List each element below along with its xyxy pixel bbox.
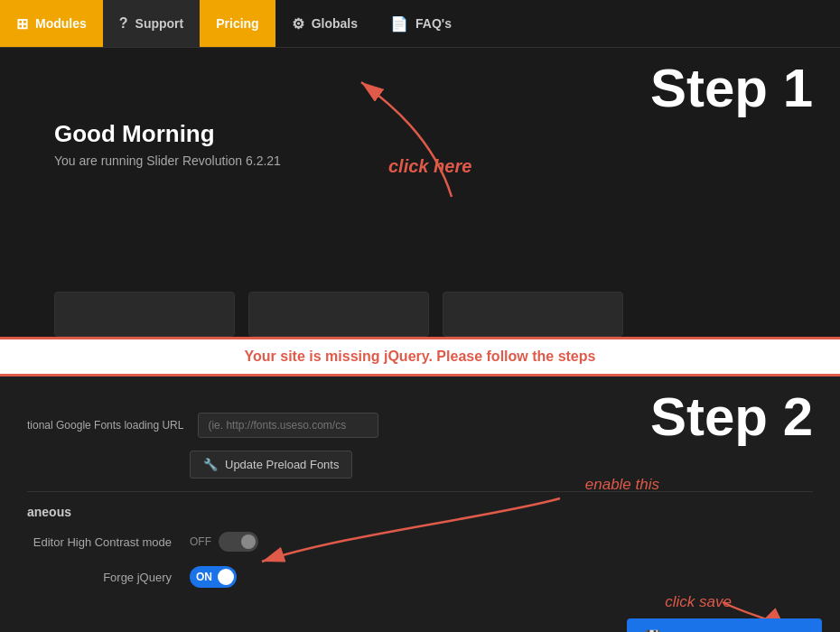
save-global-settings-button[interactable]: 💾 Save Global Settings: [627, 618, 822, 632]
high-contrast-toggle[interactable]: OFF: [190, 532, 258, 552]
forge-jquery-state: ON: [196, 571, 212, 583]
faqs-icon: 📄: [390, 15, 408, 33]
card-preview-2: [248, 292, 429, 337]
update-btn-label: Update Preload Fonts: [225, 458, 339, 471]
globals-icon: ⚙: [292, 15, 304, 33]
tab-globals-label: Globals: [312, 16, 358, 31]
high-contrast-state: OFF: [190, 535, 211, 548]
top-nav: ⊞ Modules ? Support Pricing ⚙ Globals 📄 …: [0, 0, 840, 48]
divider: [27, 491, 813, 492]
modules-icon: ⊞: [16, 15, 28, 33]
tab-pricing-label: Pricing: [216, 16, 258, 31]
forge-jquery-row: Forge jQuery ON: [27, 566, 813, 588]
card-preview-1: [54, 292, 235, 337]
forge-jquery-label: Forge jQuery: [27, 571, 190, 584]
greeting-title: Good Morning: [54, 120, 281, 148]
tab-globals[interactable]: ⚙ Globals: [275, 0, 374, 47]
tab-support[interactable]: ? Support: [103, 0, 200, 47]
section-title: aneous: [27, 505, 813, 519]
click-here-annotation: click here: [388, 156, 471, 177]
font-url-input[interactable]: [198, 413, 378, 438]
support-icon: ?: [119, 15, 128, 32]
step1-area: Step 1 Good Morning You are running Slid…: [0, 48, 840, 337]
tab-modules[interactable]: ⊞ Modules: [0, 0, 103, 47]
high-contrast-row: Editor High Contrast mode OFF: [27, 532, 813, 552]
tab-faqs[interactable]: 📄 FAQ's: [374, 0, 468, 47]
font-url-label: tional Google Fonts loading URL: [27, 419, 198, 432]
font-url-row: tional Google Fonts loading URL: [27, 413, 813, 438]
card-row: [54, 292, 840, 337]
tab-support-label: Support: [135, 16, 184, 31]
high-contrast-toggle-track[interactable]: [219, 532, 258, 552]
forge-jquery-toggle[interactable]: ON: [190, 566, 237, 588]
tab-faqs-label: FAQ's: [415, 16, 452, 31]
wrench-icon: 🔧: [203, 458, 218, 471]
step1-label: Step 1: [650, 57, 813, 119]
tab-pricing[interactable]: Pricing: [200, 0, 275, 47]
banner-text: Your site is missing jQuery. Please foll…: [245, 349, 596, 364]
forge-jquery-toggle-track[interactable]: ON: [190, 566, 237, 588]
greeting-subtitle: You are running Slider Revolution 6.2.21: [54, 153, 281, 168]
tab-modules-label: Modules: [35, 16, 87, 31]
update-preload-fonts-button[interactable]: 🔧 Update Preload Fonts: [190, 451, 352, 479]
click-save-annotation: click save: [665, 593, 732, 611]
enable-this-annotation: enable this: [585, 476, 659, 494]
card-preview-3: [443, 292, 623, 337]
step2-area: Step 2 tional Google Fonts loading URL 🔧…: [0, 376, 840, 632]
greeting: Good Morning You are running Slider Revo…: [54, 120, 281, 168]
high-contrast-label: Editor High Contrast mode: [27, 535, 190, 549]
missing-jquery-banner: Your site is missing jQuery. Please foll…: [0, 337, 840, 376]
